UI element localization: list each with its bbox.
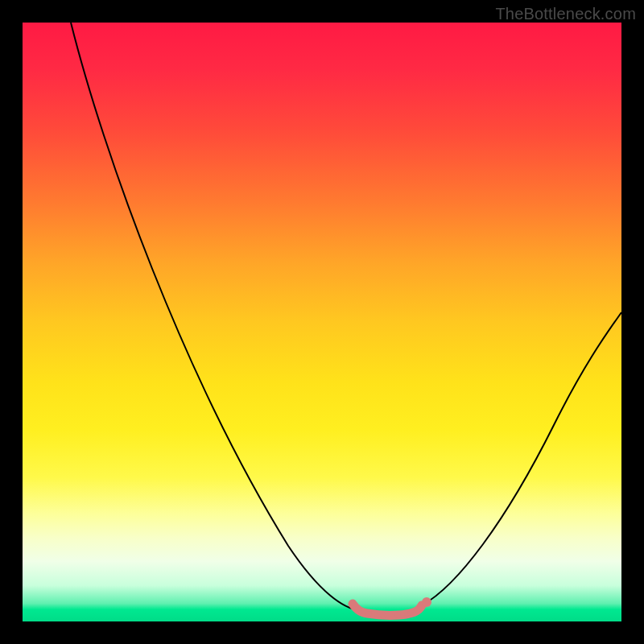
valley-dot-4 — [408, 610, 414, 616]
curve-left — [71, 23, 359, 610]
valley-dot-2 — [381, 613, 386, 619]
highlight-dot — [422, 597, 431, 607]
valley-dot-3 — [395, 613, 401, 618]
plot-area — [23, 23, 621, 621]
valley-dot-1 — [366, 612, 372, 617]
watermark-text: TheBottleneck.com — [495, 5, 636, 23]
curve-right — [422, 312, 621, 605]
chart-svg — [23, 23, 621, 621]
